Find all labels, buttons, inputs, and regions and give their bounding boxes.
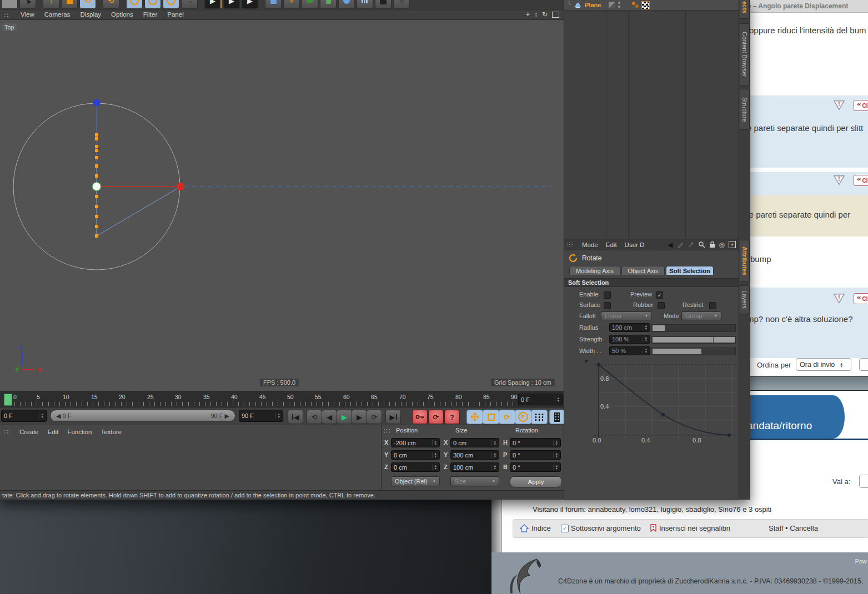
stepper-icon[interactable] [553,440,558,446]
tab-layers[interactable]: Layers [740,285,750,314]
stepper-icon[interactable] [39,413,44,419]
play-button[interactable]: ▶ [337,410,352,424]
history-back-icon[interactable]: ◀ [668,241,673,249]
record-keyframe-button[interactable] [412,410,428,424]
view-rotate-icon[interactable]: ↻ [542,11,548,18]
width-input[interactable]: 50 % [609,346,650,355]
falloff-mode-dropdown[interactable]: Group [681,311,721,320]
enable-checkbox[interactable] [604,291,611,299]
tab-structure[interactable]: Structure [740,89,750,130]
keyframe-help-button[interactable]: ? [444,410,460,424]
autokey-button[interactable]: ⟳ [428,410,444,424]
tab-objects[interactable]: ects [740,0,750,19]
tag-dot-icon[interactable] [632,2,635,5]
keyframe-position-button[interactable] [466,410,483,424]
stepper-icon[interactable] [432,465,437,470]
stepper-icon[interactable] [432,452,437,458]
axis-arrow-icon[interactable] [688,241,694,248]
next-key-button[interactable]: ⟳ [367,410,382,424]
staff-links[interactable]: Staff • Cancella [769,524,818,532]
soft-selection-section[interactable]: Soft Selection [564,278,739,287]
deformer-icon[interactable] [320,0,337,9]
rot-h-input[interactable]: 0 ° [510,438,561,447]
render-settings-button[interactable]: ▶ [242,0,258,9]
radius-slider[interactable] [651,324,736,332]
range-end-spinner[interactable]: 90 F [239,410,283,422]
lock-z-axis-icon[interactable] [163,0,179,9]
index-link[interactable]: Indice [531,524,551,532]
stepper-icon[interactable] [491,440,496,446]
last-tool-icon[interactable]: ⟲ [103,0,119,9]
stepper-icon[interactable] [643,348,648,354]
coordinate-system-icon[interactable]: → [181,0,198,9]
selection-cursor-icon[interactable]: ▲ [19,0,36,9]
menu-cameras[interactable]: Cameras [44,11,71,18]
goto-dropdown[interactable] [859,475,868,488]
stepper-icon[interactable] [643,325,648,330]
camera-clapper-icon[interactable] [375,0,392,9]
scale-tool-icon[interactable] [61,0,78,9]
render-view-button[interactable]: ▶ [204,0,222,9]
size-x-input[interactable]: 0 cm [450,438,499,447]
quote-button[interactable]: “ CI [854,175,868,186]
menu-filter[interactable]: Filter [143,11,158,18]
rot-p-input[interactable]: 0 ° [510,450,561,460]
stepper-icon[interactable] [491,465,496,470]
preview-checkbox[interactable]: ✓ [656,291,663,299]
pos-x-input[interactable]: -200 cm [391,438,440,447]
tab-modeling-axis[interactable]: Modeling Axis [569,266,620,275]
rot-b-input[interactable]: 0 ° [510,462,561,472]
empty-slot-icon[interactable] [1,0,18,9]
size-mode-dropdown[interactable]: Size [450,476,499,486]
menu-display[interactable]: Display [80,11,101,18]
quote-button[interactable]: “ CI [854,100,868,111]
sort-direction-dropdown[interactable] [859,358,868,371]
radius-input[interactable]: 100 cm [609,323,650,332]
lock-icon[interactable] [709,241,715,248]
menu-function[interactable]: Function [67,429,92,435]
viewport-top[interactable]: Top Z Y X FPS : 500.0 G [0,20,564,391]
motion-mode-button[interactable] [549,410,565,424]
pos-z-input[interactable]: 0 cm [391,462,440,472]
view-maximize-icon[interactable] [552,12,559,18]
primitive-cube-icon[interactable] [265,0,282,9]
restrict-checkbox[interactable] [709,302,716,309]
search-icon[interactable] [698,241,705,248]
menu-texture[interactable]: Texture [101,429,122,435]
falloff-curve-editor[interactable] [578,360,739,444]
previous-frame-button[interactable]: ◀ [322,410,337,424]
editor-dot-icon[interactable] [618,2,620,4]
size-z-input[interactable]: 100 cm [450,462,499,472]
menu-userdata[interactable]: User D [625,241,645,248]
keyframe-parameter-button[interactable]: P [515,410,531,424]
toolbar-overflow-icon[interactable]: ≡ [393,0,410,9]
report-warning-icon[interactable]: ! [833,293,845,304]
report-warning-icon[interactable]: ! [833,175,845,186]
rubber-checkbox[interactable] [658,302,665,309]
lock-y-axis-icon[interactable] [144,0,161,9]
stepper-icon[interactable] [491,452,496,458]
menu-view[interactable]: View [21,11,34,18]
coordinate-mode-dropdown[interactable]: Object (Rel) [391,476,440,486]
point-level-animation-button[interactable] [531,410,548,424]
array-icon[interactable] [357,0,373,9]
new-panel-icon[interactable]: + [729,241,736,248]
move-tool-icon[interactable]: ↕ [43,0,59,9]
stepper-icon[interactable] [553,452,558,458]
stepper-icon[interactable] [432,440,437,446]
subscribe-link[interactable]: Sottoscrivi argomento [571,524,641,532]
pos-y-input[interactable]: 0 cm [391,450,440,460]
quote-button[interactable]: “ CI [854,293,868,304]
sort-dropdown[interactable]: Ora di invio [796,358,851,371]
viewport-canvas[interactable] [0,20,564,391]
menu-edit[interactable]: Edit [48,429,59,435]
range-start-spinner[interactable]: 0 F [1,410,47,422]
subscribe-checkbox[interactable]: ✓ [561,525,569,532]
bookmark-link[interactable]: Inserisci nei segnalibri [659,524,730,532]
rotate-tool-icon[interactable]: ⟲ [79,0,96,9]
object-name[interactable]: Plane [585,2,601,8]
report-warning-icon[interactable]: ! [833,100,845,111]
generator-icon[interactable] [302,0,318,9]
panel-grip-icon[interactable] [384,429,391,434]
panel-grip-icon[interactable] [3,430,11,435]
